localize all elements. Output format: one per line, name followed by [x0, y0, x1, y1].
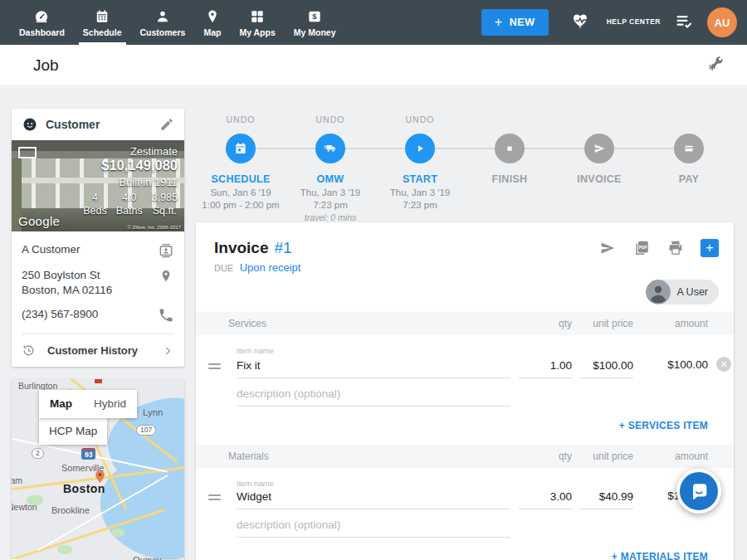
assignee-chip[interactable]: A User [646, 280, 719, 304]
hcp-map-button[interactable]: HCP Map [39, 418, 107, 445]
sqft-label: Sq.ft. [153, 204, 177, 217]
phone-icon[interactable] [158, 307, 174, 324]
step-date: Thu, Jan 3 '19 [390, 187, 451, 197]
step-label[interactable]: PAY [644, 173, 734, 185]
step-label[interactable]: FINISH [465, 173, 554, 185]
timeline-step-start: UNDO START Thu, Jan 3 '197:23 pm [375, 109, 465, 222]
user-avatar[interactable]: AU [707, 7, 737, 37]
nav-item-schedule[interactable]: Schedule [74, 0, 131, 45]
invoice-step-button[interactable] [584, 134, 614, 163]
edit-pencil-icon[interactable] [159, 117, 174, 132]
invoice-number[interactable]: #1 [274, 239, 291, 257]
finish-step-button[interactable] [495, 134, 525, 163]
map-card[interactable]: Burlington Lynn 107 2 93 Somerville Walt… [12, 379, 184, 560]
step-time: 7:23 pm [403, 200, 437, 210]
material-unit-price-input[interactable]: $40.99 [580, 490, 633, 509]
timeline-step-schedule: UNDO SCHEDULE Sun, Jan 6 '191:00 pm - 2:… [196, 109, 286, 222]
step-label[interactable]: START [375, 173, 465, 185]
nav-item-my-money[interactable]: $ My Money [285, 0, 345, 45]
step-label[interactable]: SCHEDULE [196, 173, 286, 185]
omw-step-button[interactable] [315, 134, 345, 163]
services-section-header: Services qty unit price amount [196, 312, 734, 335]
customer-card-header: Customer [12, 109, 184, 140]
my-money-icon: $ [306, 8, 323, 25]
help-center-button[interactable]: HELP CENTER [607, 17, 661, 27]
drag-handle-icon[interactable] [208, 494, 221, 509]
step-label[interactable]: INVOICE [554, 173, 644, 185]
customer-history-row[interactable]: Customer History [22, 334, 174, 367]
customer-address-row: 250 Boylston StBoston, MA 02116 [22, 259, 174, 298]
wrench-gear-icon [706, 54, 725, 73]
material-item-name-input[interactable]: Widget [237, 490, 510, 509]
undo-link[interactable]: UNDO [286, 109, 375, 127]
calendar-icon [233, 141, 248, 156]
drag-handle-icon[interactable] [208, 363, 221, 378]
material-qty-input[interactable]: 3.00 [519, 490, 572, 509]
streetview-flag-icon[interactable] [18, 147, 37, 158]
job-settings-button[interactable] [706, 54, 725, 76]
step-label[interactable]: OMW [286, 173, 375, 185]
pdf-button[interactable]: PDF [632, 239, 651, 257]
map-type-map-button[interactable]: Map [39, 390, 83, 418]
start-step-button[interactable] [405, 134, 435, 163]
property-photo[interactable]: Zestimate $10,149,080 Built in 1911 4Bed… [12, 140, 184, 231]
printer-icon [666, 239, 685, 257]
map-marker-red [95, 379, 102, 383]
send-invoice-button[interactable] [598, 239, 617, 257]
page-title: Job [33, 56, 59, 75]
schedule-step-button[interactable] [226, 134, 256, 163]
new-button[interactable]: + NEW [481, 9, 549, 36]
location-pin-icon[interactable] [158, 268, 174, 285]
undo-link[interactable]: UNDO [196, 109, 286, 127]
nav-item-dashboard[interactable]: Dashboard [10, 0, 74, 45]
nav-label: Schedule [83, 27, 122, 37]
customer-history-label: Customer History [47, 344, 161, 357]
route-93-shield: 93 [81, 448, 95, 460]
add-invoice-button[interactable]: + [701, 239, 719, 257]
chat-button[interactable] [676, 469, 721, 514]
zestimate-value: $10,149,080 [101, 158, 178, 173]
amount-column-header: amount [642, 318, 708, 329]
customer-phone-row: (234) 567-8900 [22, 298, 174, 324]
materials-item-label-row: Item name [196, 468, 734, 488]
undo-spacer [554, 109, 644, 127]
service-description-input[interactable]: description (optional) [237, 387, 510, 407]
print-button[interactable] [666, 239, 685, 257]
pay-step-button[interactable] [674, 134, 704, 163]
map-park [111, 528, 124, 537]
add-materials-row: + MATERIALS ITEM [196, 538, 734, 560]
map-type-hybrid-button[interactable]: Hybrid [83, 390, 137, 418]
service-qty-input[interactable]: 1.00 [519, 359, 572, 378]
health-button[interactable] [572, 11, 592, 34]
heart-pulse-icon [572, 11, 592, 31]
page-header: Job [0, 45, 747, 86]
timeline-step-invoice: INVOICE [554, 109, 644, 222]
contact-card-icon[interactable] [158, 242, 174, 259]
material-description-input[interactable]: description (optional) [237, 519, 510, 538]
add-services-item-link[interactable]: + SERVICES ITEM [619, 420, 708, 431]
nav-label: Customers [140, 27, 186, 37]
service-item-name-input[interactable]: Fix it [237, 359, 510, 378]
nav-label: My Money [294, 27, 336, 37]
map-pin-icon [204, 8, 221, 25]
due-label: DUE [214, 263, 233, 273]
services-item-row: Fix it 1.00 $100.00 $100.00 ✕ [196, 357, 734, 378]
add-materials-item-link[interactable]: + MATERIALS ITEM [612, 551, 708, 560]
nav-item-my-apps[interactable]: My Apps [230, 0, 284, 45]
map-label-brookline: Brookline [51, 505, 90, 515]
due-value[interactable]: Upon receipt [240, 261, 301, 274]
remove-item-icon[interactable]: ✕ [716, 357, 731, 372]
beds-label: Beds [83, 204, 107, 217]
nav-item-map[interactable]: Map [194, 0, 230, 45]
tasks-button[interactable] [674, 11, 694, 34]
step-time: 1:00 pm - 2:00 pm [202, 200, 279, 210]
undo-link[interactable]: UNDO [375, 109, 465, 127]
history-icon [22, 343, 36, 358]
map-type-buttons: Map Hybrid [39, 390, 137, 418]
service-unit-price-input[interactable]: $100.00 [580, 359, 633, 378]
item-name-label: Item name [237, 335, 510, 355]
nav-item-customers[interactable]: Customers [131, 0, 195, 45]
route-2-badge: 2 [32, 448, 44, 459]
map-label-boston: Boston [63, 482, 105, 495]
route-107-badge: 107 [136, 425, 156, 436]
